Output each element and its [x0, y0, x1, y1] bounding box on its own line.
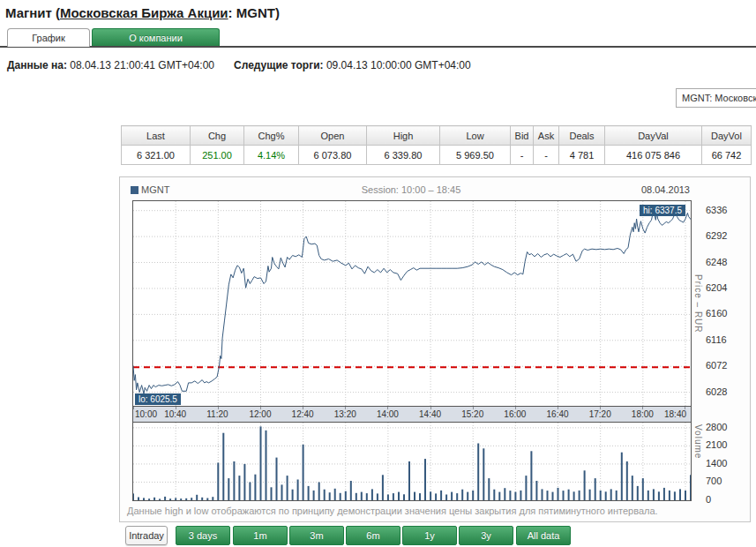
next-trading-value: 09.04.13 10:00:00 GMT+04:00 [326, 59, 471, 71]
next-trading-label: Следущие торги: [234, 59, 324, 71]
high-marker: hi: 6337.5 [640, 205, 685, 216]
page-title: Магнит (Московская Биржа Акции: MGNT) [5, 5, 280, 20]
quote-col-header: Open [299, 126, 367, 146]
range-button-all-data[interactable]: All data [516, 526, 571, 545]
time-tick-label: 12:00 [249, 409, 271, 419]
range-button-3-days[interactable]: 3 days [176, 526, 230, 545]
quote-table: LastChgChg%OpenHighLowBidAskDealsDayValD… [121, 125, 752, 165]
data-as-of-label: Данные на: [7, 59, 67, 71]
price-axis-title: Price – RUR [693, 274, 703, 333]
time-tick-label: 11:20 [206, 409, 228, 419]
quote-cell: 416 075 846 [605, 146, 702, 165]
low-marker: lo: 6025.5 [135, 393, 181, 405]
quote-col-header: Chg% [244, 126, 299, 146]
time-tick-label: 12:40 [292, 409, 314, 419]
range-button-1y[interactable]: 1y [402, 526, 457, 545]
time-tick-label: 14:00 [377, 409, 399, 419]
time-tick-label: 18:40 [664, 409, 686, 419]
volume-tick-label: 2800 [706, 422, 741, 432]
quote-cell: 4 781 [559, 146, 605, 165]
time-tick-label: 15:20 [461, 409, 483, 419]
volume-chart-canvas [133, 423, 691, 500]
price-tick-label: 6248 [706, 257, 741, 267]
price-tick-label: 6160 [706, 308, 741, 318]
quote-col-header: High [367, 126, 440, 146]
volume-tick-label: 0 [706, 494, 741, 505]
time-tick-label: 17:20 [589, 409, 611, 419]
quote-cell: 6 073.80 [299, 146, 367, 165]
range-button-6m[interactable]: 6m [346, 526, 400, 545]
tab-chart[interactable]: График [7, 28, 90, 47]
quote-col-header: Low [440, 126, 511, 146]
time-tick-mark [133, 407, 134, 409]
price-tick-label: 6336 [706, 205, 741, 215]
volume-axis-title: Volume [693, 424, 703, 459]
page-title-prefix: Магнит ( [5, 5, 60, 20]
volume-tick-label: 700 [706, 476, 741, 486]
data-as-of-value: 08.04.13 21:00:41 GMT+04:00 [70, 59, 214, 71]
quote-col-header: Last [122, 126, 191, 146]
quote-col-header: Chg [191, 126, 244, 146]
tab-underline [0, 46, 756, 48]
range-button-1m[interactable]: 1m [233, 526, 288, 545]
quote-col-header: DayVal [605, 126, 702, 146]
time-tick-label: 16:00 [504, 409, 526, 419]
exchange-link[interactable]: Московская Биржа Акции [60, 5, 228, 20]
time-tick-label: 13:20 [334, 409, 356, 419]
instrument-select[interactable]: MGNT: Московск [676, 88, 756, 108]
price-tick-label: 6116 [706, 334, 741, 345]
data-timestamp-row: Данные на: 08.04.13 21:00:41 GMT+04:00Сл… [7, 59, 471, 71]
quote-col-header: Bid [511, 126, 534, 146]
quote-cell: 251.00 [191, 146, 244, 165]
quote-col-header: Ask [534, 126, 559, 146]
time-axis: 10:0010:4011:2012:0012:4013:2014:0014:40… [132, 407, 692, 422]
price-tick-label: 6072 [706, 360, 741, 371]
quote-cell: 4.14% [244, 146, 299, 165]
quote-cell: 6 321.00 [122, 146, 191, 165]
volume-tick-label: 2100 [706, 439, 741, 450]
price-chart[interactable]: hi: 6337.5 lo: 6025.5 [132, 200, 692, 407]
quote-cell: - [534, 146, 559, 165]
time-tick-label: 16:40 [547, 409, 569, 419]
time-tick-label: 18:00 [632, 409, 654, 419]
volume-chart[interactable] [132, 422, 692, 501]
quote-cell: 6 339.80 [367, 146, 440, 165]
quote-cell: 5 969.50 [440, 146, 511, 165]
volume-tick-label: 1400 [706, 458, 741, 468]
quote-col-header: Deals [559, 126, 605, 146]
time-tick-label: 10:40 [164, 409, 186, 419]
quote-cell: - [511, 146, 534, 165]
chart-footnote: Данные high и low отображаются по принци… [127, 506, 658, 516]
range-button-3m[interactable]: 3m [289, 526, 344, 545]
page-title-suffix: : MGNT) [228, 5, 280, 20]
price-tick-label: 6028 [706, 386, 741, 397]
range-button-intraday[interactable]: Intraday [125, 526, 168, 545]
quote-col-header: DayVol [702, 126, 752, 146]
time-tick-label: 10:00 [135, 409, 157, 419]
chart-date: 08.04.2013 [132, 184, 690, 195]
quote-cell: 66 742 [702, 146, 752, 165]
range-button-3y[interactable]: 3y [459, 526, 513, 545]
price-tick-label: 6204 [706, 282, 741, 293]
time-tick-label: 14:40 [419, 409, 441, 419]
chart-widget: MGNT Session: 10:00 – 18:45 08.04.2013 h… [119, 176, 751, 522]
price-tick-label: 6292 [706, 230, 741, 241]
tab-about-company[interactable]: О компании [92, 28, 220, 47]
price-chart-canvas [133, 201, 691, 406]
